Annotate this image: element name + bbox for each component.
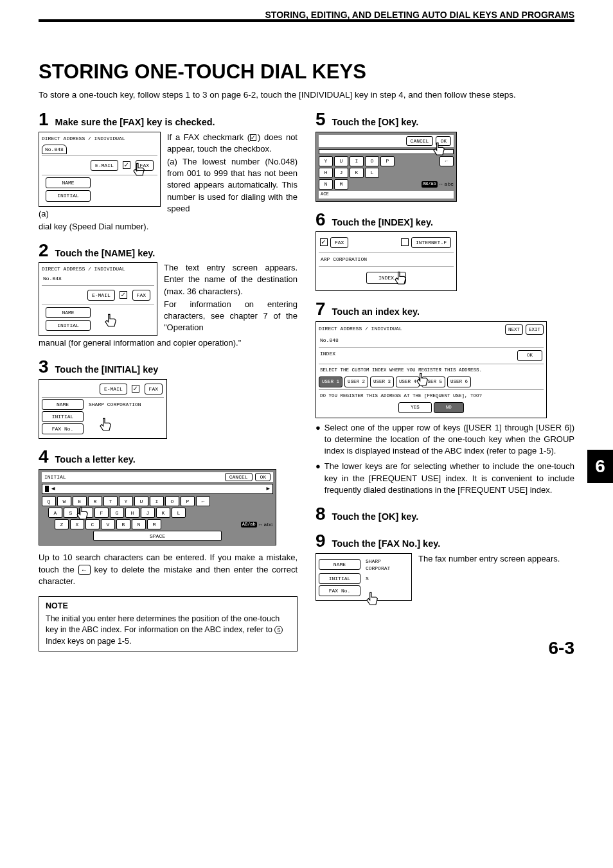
fig6-line: ARP CORPORATION [319, 254, 454, 265]
key-u[interactable]: U [334, 156, 348, 166]
fig7-user6-button[interactable]: USER 6 [447, 376, 471, 387]
key-u[interactable]: U [134, 496, 148, 506]
step-3: 3 Touch the [INITIAL] key E-MAIL FAX NAM… [39, 358, 298, 439]
fig2-email-button[interactable]: E-MAIL [87, 290, 115, 301]
circled-number-icon: 5 [274, 626, 283, 634]
page-header: STORING, EDITING, AND DELETING AUTO DIAL… [39, 19, 574, 22]
left-column: 1 Make sure the [FAX] key is checked. DI… [39, 111, 298, 651]
key-j[interactable]: J [334, 168, 348, 178]
key-a[interactable]: A [48, 508, 62, 518]
fig9-name-button[interactable]: NAME [319, 559, 360, 570]
step-4-keyboard: INITIAL CANCEL OK ◀ ▶ Q [39, 469, 276, 546]
key-m[interactable]: M [147, 519, 161, 529]
key-p[interactable]: P [181, 496, 195, 506]
fig9-name-value: SHARP CORPORAT [363, 558, 409, 572]
key-v[interactable]: V [101, 519, 115, 529]
fig9-faxno-button[interactable]: FAX No. [319, 585, 360, 596]
step-3-title: Touch the [INITIAL] key [55, 363, 159, 376]
key-k[interactable]: K [156, 508, 170, 518]
kb5-abc-label[interactable]: abc [445, 181, 454, 188]
step-1-after: dial key (Speed Dial number). [39, 221, 298, 233]
hand-icon [96, 417, 114, 438]
key-i[interactable]: I [350, 156, 364, 166]
key-z[interactable]: Z [55, 519, 69, 529]
step-2-after: manual (for general information and copi… [39, 337, 298, 349]
fig3-email-button[interactable]: E-MAIL [100, 384, 127, 394]
step-9-desc: The fax number entry screen appears. [418, 553, 574, 601]
key-l[interactable]: L [172, 508, 186, 518]
kb5-bottom: ACE [319, 191, 454, 199]
caret-left-icon[interactable]: ◀ [51, 485, 55, 493]
key-b[interactable]: B [116, 519, 130, 529]
fig2-fax-button[interactable]: FAX [132, 290, 150, 301]
key-h[interactable]: H [125, 508, 139, 518]
fig2-fax-checkbox[interactable] [120, 291, 127, 299]
fig3-faxno-button[interactable]: FAX No. [42, 423, 84, 434]
hand-icon [73, 506, 91, 526]
right-column: 5 Touch the [OK] key. CANCEL OK Y U I [315, 111, 574, 651]
fig1-initial-button[interactable]: INITIAL [46, 190, 91, 201]
fig1-name-button[interactable]: NAME [46, 177, 91, 188]
key-n[interactable]: N [132, 519, 146, 529]
caret-right-icon[interactable]: ▶ [267, 485, 270, 493]
step-2-figure: DIRECT ADDRESS / INDIVIDUAL No.048 E-MAI… [39, 262, 157, 336]
step-7-figure: DIRECT ADDRESS / INDIVIDUAL NEXT EXIT No… [315, 321, 547, 418]
step-6-title: Touch the [INDEX] key. [332, 216, 433, 229]
fig3-name-value: SHARP CORPORATION [86, 401, 141, 408]
key-w[interactable]: W [57, 496, 71, 506]
fig6-internet-button[interactable]: INTERNET-F [411, 237, 451, 248]
key-i[interactable]: I [150, 496, 164, 506]
key-h[interactable]: H [319, 168, 333, 178]
key-t[interactable]: T [103, 496, 118, 506]
fig3-name-button[interactable]: NAME [42, 399, 84, 410]
backspace-key[interactable] [196, 496, 210, 506]
step-1: 1 Make sure the [FAX] key is checked. DI… [39, 111, 298, 233]
kb-cancel-button[interactable]: CANCEL [225, 473, 253, 481]
key-j[interactable]: J [141, 508, 155, 518]
bullet-icon: ● [315, 461, 321, 496]
step-4-num: 4 [39, 448, 49, 466]
step-5-figure: CANCEL OK Y U I O P H [315, 132, 457, 202]
key-y[interactable]: Y [319, 156, 333, 166]
fig2-no: No.048 [42, 274, 154, 283]
fig7-no: No.048 [319, 335, 544, 346]
step-2-title: Touch the [NAME] key. [55, 247, 155, 260]
fig7-user1-button[interactable]: USER 1 [319, 376, 342, 387]
fig9-initial-value: S [363, 575, 369, 582]
fig7-user3-button[interactable]: USER 3 [370, 376, 394, 387]
fig6-fax-button[interactable]: FAX [330, 237, 348, 248]
fig9-initial-button[interactable]: INITIAL [319, 573, 360, 584]
key-q[interactable]: Q [42, 496, 56, 506]
step-5-title: Touch the [OK] key. [332, 116, 419, 128]
fig7-index-label: INDEX [320, 350, 335, 361]
fig1-email-button[interactable]: E-MAIL [91, 160, 118, 171]
key-l[interactable]: L [365, 168, 379, 178]
fig7-no-button[interactable]: NO [434, 402, 464, 413]
key-f[interactable]: F [94, 508, 109, 518]
key-o[interactable]: O [365, 156, 379, 166]
fig2-name-button[interactable]: NAME [46, 307, 91, 318]
fig3-fax-button[interactable]: FAX [145, 384, 163, 394]
fig7-ok-button[interactable]: OK [517, 350, 542, 361]
fig3-fax-checkbox[interactable] [132, 385, 139, 393]
kb-abc-label[interactable]: abc [264, 521, 273, 528]
fig7-next-button[interactable]: NEXT [505, 324, 523, 335]
key-o[interactable]: O [165, 496, 179, 506]
fig7-exit-button[interactable]: EXIT [526, 324, 544, 335]
key-m[interactable]: M [334, 179, 348, 190]
key-k[interactable]: K [350, 168, 364, 178]
fig6-fax-checkbox[interactable] [320, 238, 328, 246]
kb-ok-button[interactable]: OK [255, 473, 271, 481]
key-y[interactable]: Y [119, 496, 133, 506]
fig7-user2-button[interactable]: USER 2 [344, 376, 368, 387]
step-7-bullet-1: ● Select one of the upper row of keys ([… [315, 422, 574, 457]
key-n[interactable]: N [319, 179, 333, 190]
fig3-initial-button[interactable]: INITIAL [42, 411, 84, 422]
fig2-tabline: DIRECT ADDRESS / INDIVIDUAL [42, 265, 154, 272]
space-key[interactable]: SPACE [93, 531, 222, 541]
fig2-initial-button[interactable]: INITIAL [46, 320, 91, 331]
fig7-yes-button[interactable]: YES [398, 402, 432, 413]
key-p[interactable]: P [380, 156, 395, 166]
key-g[interactable]: G [110, 508, 124, 518]
step-1-desc: If a FAX checkmark () does not appear, t… [167, 132, 298, 220]
